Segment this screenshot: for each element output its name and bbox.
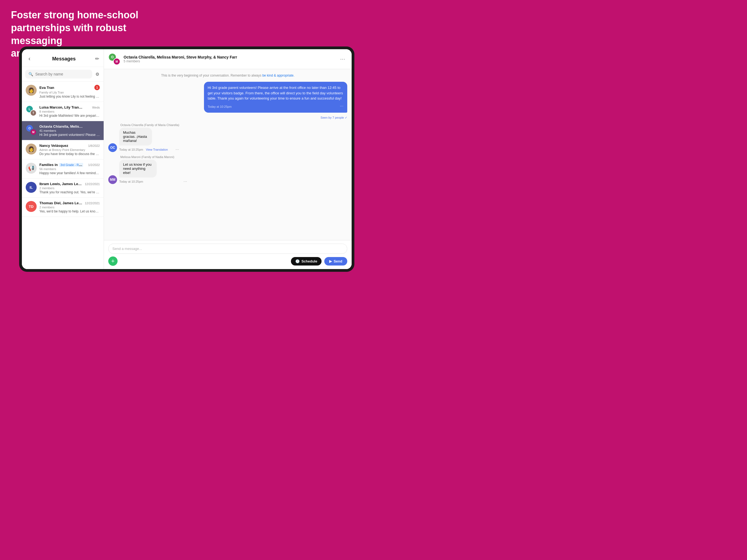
bubble-wrap-1: Muchas gracias. ¡Hasta mañana! Today at … xyxy=(119,128,179,152)
chat-actions-row: + 🕐 Schedule ▶ Send xyxy=(108,256,347,266)
conv-name: Octavia Chiarella, Melissa Maroni, & 2 m… xyxy=(40,124,83,128)
incoming-message-2: Melissa Maroni (Family of Nadia Maroni) … xyxy=(108,155,347,184)
conv-content-nancy: Nancy Velásquez 1/8/2022 Admin at Breezy… xyxy=(40,144,100,156)
action-buttons: 🕐 Schedule ▶ Send xyxy=(291,257,347,265)
conversation-item-nancy[interactable]: 👩 Nancy Velásquez 1/8/2022 Admin at Bree… xyxy=(22,140,104,159)
seen-indicator: Seen by 7 people ✓ xyxy=(108,116,347,120)
incoming-bubble-2: Let us know if you need anything else! xyxy=(119,160,157,177)
avatar-families-rm22: 📢 xyxy=(26,163,36,174)
conversation-item-families-rm22[interactable]: 📢 Families in 3rd Grade - Rm 22 1/2/2022… xyxy=(22,159,104,179)
conversation-item-octavia-group[interactable]: O M Octavia Chiarella, Melissa Maroni, &… xyxy=(22,121,104,140)
conv-time: Weds xyxy=(92,106,100,109)
message-input[interactable]: Send a message... xyxy=(108,244,347,254)
conversation-item-eva-tran[interactable]: 👩 Eva Tran 1 Family of Lily Tran Just le… xyxy=(22,81,104,102)
conv-name: Families in 3rd Grade - Rm 22 xyxy=(40,163,83,167)
conv-name: Eva Tran xyxy=(40,85,54,90)
more-options-button[interactable]: ··· xyxy=(338,54,347,64)
incoming-text-1: Muchas gracias. ¡Hasta mañana! xyxy=(123,130,148,143)
filter-button[interactable]: ⚙ xyxy=(94,71,100,78)
incoming-bubble-1: Muchas gracias. ¡Hasta mañana! xyxy=(119,128,152,146)
back-button[interactable]: ‹ xyxy=(26,54,32,63)
outgoing-bubble: Hi 3rd grade parent volunteers! Please a… xyxy=(204,82,347,113)
avatar-mm: MM xyxy=(108,175,117,184)
chat-input-area: Send a message... + 🕐 Schedule ▶ Send xyxy=(104,240,352,269)
kind-link[interactable]: be kind & appropriate. xyxy=(262,74,294,77)
conv-badge: 1 xyxy=(94,85,100,90)
chat-header: O M Octavia Chiarella, Melissa Maroni, S… xyxy=(104,49,352,69)
incoming-row-1: OC Muchas gracias. ¡Hasta mañana! Today … xyxy=(108,128,347,152)
conv-content-luisa-group: Luisa Marcon, Lily Tran, Theodore Lewis,… xyxy=(40,105,100,118)
grade-tag: 3rd Grade - Rm 22 xyxy=(59,163,83,167)
conv-preview: Thank you for reaching out. Yes, we're s… xyxy=(40,190,100,194)
conv-name: Ibram Lewis, James Lewis xyxy=(40,182,83,186)
sender-label-2: Melissa Maroni (Family of Nadia Maroni) xyxy=(120,155,347,159)
schedule-button[interactable]: 🕐 Schedule xyxy=(291,257,321,265)
view-translation-button[interactable]: View Translation xyxy=(146,148,168,151)
search-input-wrap[interactable]: 🔍 xyxy=(25,70,92,78)
tablet-container: ‹ Messages ✏ 🔍 ⚙ 👩 xyxy=(19,47,354,272)
bubble-footer-1: Today at 10:25pm View Translation ··· xyxy=(119,147,179,152)
conv-sub: 2 members xyxy=(40,206,100,209)
incoming-time-1: Today at 10:25pm xyxy=(119,148,143,151)
compose-button[interactable]: ✏ xyxy=(95,56,99,62)
chat-header-info: Octavia Chiarella, Melissa Maroni, Steve… xyxy=(124,55,335,63)
chat-messages: This is the very beginning of your conve… xyxy=(104,69,352,240)
tablet-inner: ‹ Messages ✏ 🔍 ⚙ 👩 xyxy=(22,49,352,269)
conversation-item-ibram-lewis[interactable]: IL Ibram Lewis, James Lewis 12/22/2021 2… xyxy=(22,179,104,198)
conv-preview: Hi 3rd grade Mathletes! We are preparing… xyxy=(40,114,100,118)
avatar-eva-tran: 👩 xyxy=(26,85,36,96)
add-attachment-button[interactable]: + xyxy=(108,256,118,266)
send-button[interactable]: ▶ Send xyxy=(324,257,347,265)
conv-content-families-rm22: Families in 3rd Grade - Rm 22 1/2/2022 5… xyxy=(40,163,100,175)
outgoing-text: Hi 3rd grade parent volunteers! Please a… xyxy=(208,85,343,101)
left-panel: ‹ Messages ✏ 🔍 ⚙ 👩 xyxy=(22,49,104,269)
conv-preview: Hi 3rd grade parent volunteers! Please a… xyxy=(40,133,100,137)
message-dots-2[interactable]: ··· xyxy=(183,179,187,184)
search-input[interactable] xyxy=(35,72,89,76)
headline-line1: Foster strong home-school partnerships w… xyxy=(11,9,138,46)
outgoing-message-1: Hi 3rd grade parent volunteers! Please a… xyxy=(108,82,347,113)
conv-sub: 8 members xyxy=(40,110,100,113)
page-background: Foster strong home-school partnerships w… xyxy=(0,0,374,280)
conversation-list: 👩 Eva Tran 1 Family of Lily Tran Just le… xyxy=(22,81,104,269)
conversation-item-luisa-group[interactable]: L T Luisa Marcon, Lily Tran, Theodore Le… xyxy=(22,102,104,121)
incoming-text-2: Let us know if you need anything else! xyxy=(123,162,153,175)
chat-header-avatar: O M xyxy=(108,53,120,65)
conv-name: Luisa Marcon, Lily Tran, Theodore Lewis,… xyxy=(40,105,83,109)
clock-icon: 🕐 xyxy=(295,259,300,263)
right-panel: O M Octavia Chiarella, Melissa Maroni, S… xyxy=(104,49,352,269)
conv-content-octavia-group: Octavia Chiarella, Melissa Maroni, & 2 m… xyxy=(40,124,100,137)
incoming-time-2: Today at 10:25pm xyxy=(119,180,143,183)
bubble-wrap-2: Let us know if you need anything else! T… xyxy=(119,160,187,184)
chat-header-name: Octavia Chiarella, Melissa Maroni, Steve… xyxy=(124,55,335,59)
avatar-thomas-diel: TD xyxy=(26,201,36,212)
messages-title: Messages xyxy=(52,56,76,62)
conv-preview: Yes, we'd be happy to help. Let us know … xyxy=(40,209,100,213)
conv-time: 12/22/2021 xyxy=(85,202,100,205)
avatar-ibram-lewis: IL xyxy=(26,182,36,193)
chat-start-message: This is the very beginning of your conve… xyxy=(108,74,347,77)
message-dots-1[interactable]: ··· xyxy=(175,147,179,152)
conv-sub: Family of Lily Tran xyxy=(40,91,100,94)
conv-name: Thomas Diel, James Lewis xyxy=(40,201,83,205)
send-icon: ▶ xyxy=(329,259,332,263)
outgoing-time: Today at 10:25pm xyxy=(208,104,232,109)
conv-content-thomas-diel: Thomas Diel, James Lewis 12/22/2021 2 me… xyxy=(40,201,100,213)
bubble-footer-2: Today at 10:25pm ··· xyxy=(119,179,187,184)
conv-preview: Do you have time today to discuss the sc… xyxy=(40,152,100,156)
conversation-item-thomas-diel[interactable]: TD Thomas Diel, James Lewis 12/22/2021 2… xyxy=(22,198,104,217)
conv-content-ibram-lewis: Ibram Lewis, James Lewis 12/22/2021 2 me… xyxy=(40,182,100,194)
conv-sub: Admin at Breezy Point Elementary xyxy=(40,148,100,152)
search-icon: 🔍 xyxy=(28,72,33,76)
conv-sub: 2 members xyxy=(40,186,100,190)
search-area: 🔍 ⚙ xyxy=(22,67,104,81)
avatar-oc: OC xyxy=(108,143,117,152)
incoming-message-1: Octavia Chiarella (Family of Maria Chiar… xyxy=(108,123,347,152)
conv-preview: Happy new year families! A few reminders… xyxy=(40,171,100,175)
avatar-luisa-group: L T xyxy=(26,105,36,116)
incoming-row-2: MM Let us know if you need anything else… xyxy=(108,160,347,184)
conv-sub: 56 members xyxy=(40,167,100,171)
avatar-octavia-group: O M xyxy=(26,124,36,135)
sender-label-1: Octavia Chiarella (Family of Maria Chiar… xyxy=(120,123,347,127)
outgoing-more-dots[interactable]: ··· xyxy=(340,103,343,109)
